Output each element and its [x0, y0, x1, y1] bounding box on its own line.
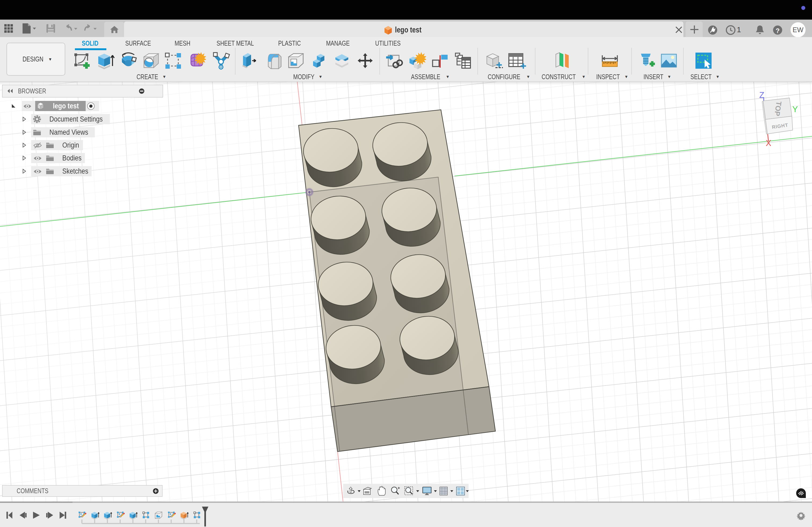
svg-text:?: ? [776, 27, 780, 34]
svg-text:Z: Z [759, 90, 765, 100]
svg-text:X: X [766, 138, 771, 148]
svg-text:Y: Y [793, 105, 798, 114]
